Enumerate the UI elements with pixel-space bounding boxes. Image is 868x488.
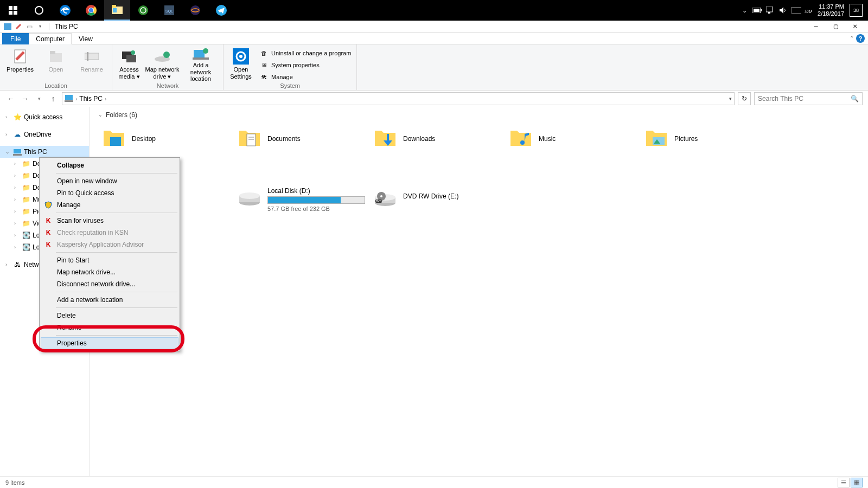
folder-desktop[interactable]: Desktop — [98, 123, 234, 155]
window-icon — [3, 22, 12, 31]
tab-file[interactable]: File — [2, 33, 29, 44]
nav-recent-button[interactable]: ▾ — [34, 93, 44, 104]
qat-dropdown-icon[interactable]: ▾ — [36, 22, 44, 31]
ribbon-sysprops-button[interactable]: 🖥System properties — [257, 60, 353, 70]
language-indicator[interactable]: ענג — [805, 5, 812, 15]
folder-music[interactable]: Music — [505, 123, 641, 155]
folder-pictures[interactable]: Pictures — [641, 123, 776, 155]
keyboard-icon[interactable] — [792, 5, 801, 15]
volume-icon[interactable] — [778, 5, 788, 15]
search-input[interactable]: Search This PC 🔍 — [754, 92, 863, 105]
desktop-folder-icon — [103, 127, 125, 150]
dvd-name: DVD RW Drive (E:) — [403, 192, 505, 200]
tree-quick-access[interactable]: ›⭐Quick access — [0, 111, 89, 123]
qat-properties-icon[interactable] — [14, 22, 23, 31]
eclipse-icon[interactable] — [182, 0, 208, 21]
app-icon-2[interactable]: SQL — [156, 0, 182, 21]
refresh-button[interactable]: ↻ — [738, 92, 751, 105]
cortana-button[interactable] — [26, 0, 52, 21]
add-location-icon — [192, 48, 209, 61]
qat-new-folder-icon[interactable]: ▭ — [25, 22, 34, 31]
ribbon-open-button[interactable]: Open — [39, 47, 73, 80]
manage-icon: 🛠 — [259, 73, 268, 81]
nav-back-button[interactable]: ← — [5, 93, 16, 104]
ctx-open-new-window[interactable]: Open in new window — [41, 175, 178, 187]
dvd-icon: DVD — [374, 187, 397, 210]
chevron-right-icon[interactable]: › — [105, 96, 106, 102]
ribbon-manage-button[interactable]: 🛠Manage — [257, 72, 353, 82]
minimize-button[interactable]: ─ — [806, 21, 826, 33]
address-bar[interactable]: › This PC › ▾ — [62, 92, 735, 105]
ribbon-collapse-icon[interactable]: ⌃ — [850, 35, 854, 41]
ribbon-group-network: Access media ▾ Map network drive ▾ Add a… — [112, 44, 224, 90]
action-center-icon[interactable]: 38 — [850, 4, 863, 17]
ctx-delete[interactable]: Delete — [41, 310, 178, 322]
svg-rect-3 — [14, 11, 17, 15]
clock-time: 11:37 PM — [818, 3, 844, 10]
chevron-right-icon[interactable]: › — [75, 96, 77, 102]
ribbon-add-location-button[interactable]: Add a network location — [182, 47, 220, 80]
network-icon[interactable] — [765, 5, 775, 15]
svg-rect-48 — [13, 154, 22, 156]
svg-rect-31 — [50, 51, 55, 54]
ctx-pin-start[interactable]: Pin to Start — [41, 254, 178, 266]
ctx-map-drive[interactable]: Map network drive... — [41, 266, 178, 278]
media-icon — [120, 48, 138, 65]
telegram-icon[interactable] — [208, 0, 234, 21]
battery-icon[interactable] — [752, 5, 762, 15]
nav-forward-button[interactable]: → — [20, 93, 30, 104]
svg-rect-46 — [65, 100, 73, 102]
ctx-collapse[interactable]: Collapse — [41, 159, 178, 171]
svg-rect-1 — [14, 6, 17, 10]
app-icon-1[interactable] — [130, 0, 156, 21]
nav-up-button[interactable]: ↑ — [48, 93, 59, 104]
svg-point-10 — [89, 8, 93, 12]
rename-icon — [83, 48, 100, 65]
chrome-icon[interactable] — [78, 0, 104, 21]
ribbon-uninstall-button[interactable]: 🗑Uninstall or change a program — [257, 48, 353, 59]
close-button[interactable]: ✕ — [845, 21, 865, 33]
svg-point-36 — [131, 50, 135, 55]
ribbon-rename-button[interactable]: Rename — [75, 47, 108, 80]
ctx-rename[interactable]: Rename — [41, 322, 178, 333]
breadcrumb-thispc[interactable]: This PC — [79, 95, 103, 102]
thispc-addr-icon — [65, 94, 73, 103]
properties-icon — [11, 48, 29, 65]
ribbon-open-settings-button[interactable]: Open Settings — [227, 47, 255, 80]
folder-documents[interactable]: Documents — [234, 123, 369, 155]
ctx-disconnect-drive[interactable]: Disconnect network drive... — [41, 278, 178, 290]
tab-computer[interactable]: Computer — [29, 33, 72, 44]
ribbon-properties-button[interactable]: Properties — [3, 47, 37, 80]
ctx-scan-viruses[interactable]: KScan for viruses — [41, 215, 178, 227]
tab-view[interactable]: View — [72, 33, 100, 44]
explorer-taskbar-icon[interactable] — [104, 0, 130, 21]
svg-rect-23 — [754, 9, 760, 12]
start-button[interactable] — [0, 0, 26, 21]
view-tiles-button[interactable]: ▦ — [851, 478, 863, 487]
tree-onedrive[interactable]: ›☁OneDrive — [0, 129, 89, 140]
ctx-properties[interactable]: Properties — [41, 337, 178, 349]
ctx-pin-quick[interactable]: Pin to Quick access — [41, 187, 178, 199]
tray-chevron-icon[interactable]: ⌄ — [739, 5, 749, 15]
ribbon-access-media-button[interactable]: Access media ▾ — [116, 47, 143, 80]
ctx-add-network-location[interactable]: Add a network location — [41, 294, 178, 306]
addr-dropdown-icon[interactable]: ▾ — [729, 96, 732, 101]
view-details-button[interactable]: ☰ — [838, 478, 850, 487]
taskbar-clock[interactable]: 11:37 PM 2/18/2017 — [815, 3, 846, 17]
ribbon-map-drive-button[interactable]: Map network drive ▾ — [145, 47, 180, 80]
drive-local-d[interactable]: Local Disk (D:) 57.7 GB free of 232 GB — [234, 187, 369, 212]
network-icon: 🖧 — [13, 260, 22, 269]
svg-rect-40 — [193, 57, 209, 60]
tree-thispc[interactable]: ⌄This PC — [0, 146, 89, 158]
help-icon[interactable]: ? — [856, 34, 865, 43]
folder-icon: 📁 — [22, 159, 30, 168]
taskbar: SQL ⌄ ענג 11:37 PM 2/18/2017 38 — [0, 0, 868, 21]
maximize-button[interactable]: ▢ — [826, 21, 845, 33]
folder-downloads[interactable]: Downloads — [369, 123, 505, 155]
edge-icon[interactable] — [52, 0, 78, 21]
folders-group-header[interactable]: ⌄Folders (6) — [98, 111, 859, 119]
svg-rect-26 — [792, 7, 801, 14]
ctx-manage[interactable]: Manage — [41, 199, 178, 211]
drive-dvd[interactable]: DVD DVD RW Drive (E:) — [369, 187, 505, 212]
svg-point-38 — [163, 52, 170, 58]
